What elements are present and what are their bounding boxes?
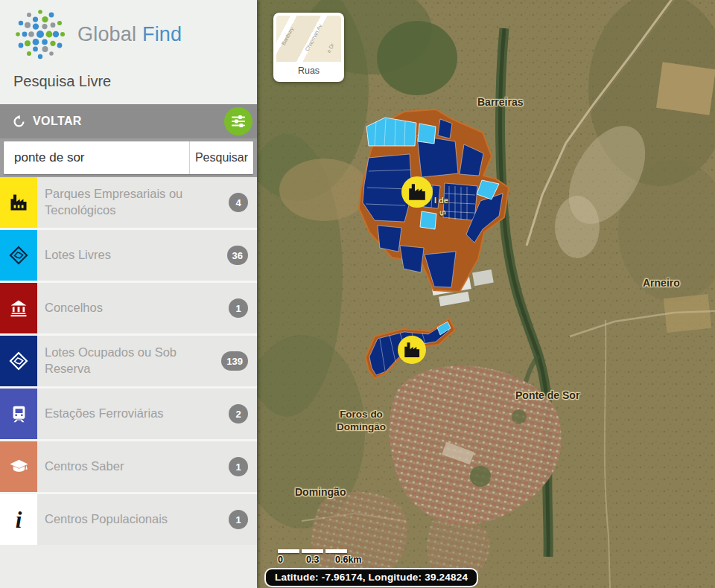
- back-button[interactable]: VOLTAR: [12, 115, 82, 129]
- minimap-street-label: Chapman Av: [305, 23, 323, 52]
- list-item-centros-populacionais[interactable]: i Centros Populacionais 1: [0, 494, 257, 545]
- brand-name: Global Find: [77, 23, 182, 46]
- count-badge: 36: [227, 246, 248, 265]
- sidebar: Global Find Pesquisa Livre VOLTAR: [0, 0, 257, 588]
- list-item-label: Lotes Livres: [45, 247, 221, 263]
- voltar-bar: VOLTAR: [0, 104, 257, 138]
- place-label-barreiras: Barreiras: [477, 96, 524, 108]
- train-icon: [0, 389, 37, 439]
- count-badge: 1: [229, 457, 248, 476]
- minimap-street-label: e Dr: [325, 42, 334, 54]
- basemap-name: Ruas: [276, 62, 341, 79]
- search-input[interactable]: [4, 141, 189, 174]
- list-item-label: Concelhos: [45, 300, 223, 316]
- list-item-concelhos[interactable]: Concelhos 1: [0, 283, 257, 333]
- street-label-fragment: l de: [434, 196, 448, 205]
- sidebar-header: Global Find Pesquisa Livre: [0, 0, 257, 104]
- search-submit-button[interactable]: Pesquisar: [189, 141, 253, 174]
- scale-tick: 0: [278, 555, 283, 565]
- park-marker-south[interactable]: [398, 336, 426, 364]
- logo: Global Find: [13, 7, 245, 61]
- parcel-icon: [0, 336, 37, 386]
- list-item-lotes-livres[interactable]: Lotes Livres 36: [0, 230, 257, 281]
- count-badge: 1: [229, 510, 248, 529]
- result-category-list: Parques Empresariais ou Tecnológicos 4 L…: [0, 177, 257, 545]
- list-item-label: Estações Ferroviárias: [45, 406, 223, 422]
- search-box: Pesquisar: [4, 141, 253, 174]
- list-item-estacoes-ferroviarias[interactable]: Estações Ferroviárias 2: [0, 389, 257, 439]
- bank-icon: [0, 283, 37, 333]
- scale-tick: 0.6km: [335, 555, 361, 565]
- list-item-label: Centros Saber: [45, 458, 223, 475]
- place-label-ponte-de-sor: Ponte de Sor: [515, 389, 579, 401]
- list-item-label: Lotes Ocupados ou Sob Reserva: [45, 345, 215, 377]
- count-badge: 139: [221, 351, 248, 371]
- place-label-domingao: Domingão: [295, 486, 346, 498]
- count-badge: 1: [229, 298, 248, 318]
- undo-icon: [12, 115, 26, 129]
- scale-tick: 0.3: [306, 555, 319, 565]
- info-icon: i: [0, 494, 37, 545]
- list-item-label: Parques Empresariais ou Tecnológicos: [45, 186, 223, 219]
- search-row: Pesquisar: [0, 138, 257, 177]
- sliders-icon: [229, 112, 247, 130]
- graduation-cap-icon: [0, 441, 37, 492]
- globe-dots-logo-icon: [13, 7, 67, 61]
- app-window: Global Find Pesquisa Livre VOLTAR: [0, 0, 715, 588]
- scale-bar: 0 0.3 0.6km: [278, 549, 347, 566]
- page-title: Pesquisa Livre: [13, 73, 245, 90]
- list-item-label: Centros Populacionais: [45, 511, 223, 528]
- place-label-arneiro: Arneiro: [643, 277, 680, 289]
- list-item-lotes-ocupados[interactable]: Lotes Ocupados ou Sob Reserva 139: [0, 336, 257, 386]
- factory-icon: [0, 177, 37, 228]
- map-canvas[interactable]: Barreiras Arneiro Ponte de Sor Foros do …: [257, 0, 715, 588]
- place-label-foros-do-domingao: Foros do Domingão: [325, 409, 397, 434]
- parcel-icon: [0, 230, 37, 281]
- back-button-label: VOLTAR: [33, 115, 82, 128]
- list-item-centros-saber[interactable]: Centros Saber 1: [0, 441, 257, 492]
- park-marker-north[interactable]: [401, 176, 433, 208]
- list-item-parques-empresariais[interactable]: Parques Empresariais ou Tecnológicos 4: [0, 177, 257, 228]
- count-badge: 2: [229, 404, 248, 424]
- filters-button[interactable]: [224, 107, 252, 135]
- minimap-street-label: Banbury: [281, 26, 294, 45]
- basemap-switcher[interactable]: Banbury Chapman Av e Dr Ruas: [273, 13, 344, 82]
- coordinates-status-bar: Latitude: -7.96174, Longitude: 39.24824: [264, 568, 478, 587]
- satellite-layer: [257, 0, 715, 588]
- basemap-thumbnail: Banbury Chapman Av e Dr: [276, 16, 341, 62]
- count-badge: 4: [229, 193, 248, 212]
